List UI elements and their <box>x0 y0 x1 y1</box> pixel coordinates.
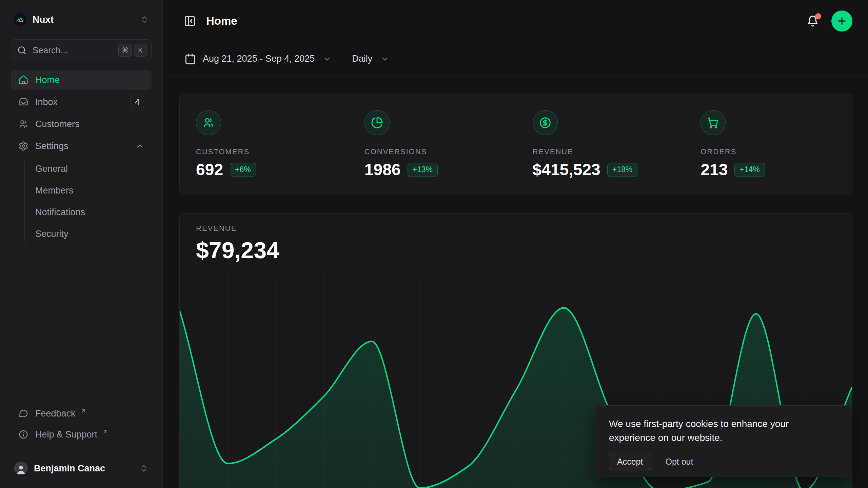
sidebar-item-general[interactable]: General <box>35 159 152 179</box>
date-range-picker[interactable]: Aug 21, 2025 - Sep 4, 2025 <box>184 53 332 65</box>
user-menu[interactable]: Benjamin Canac <box>11 458 152 479</box>
sidebar-item-help-support[interactable]: Help & Support <box>11 425 152 444</box>
sidebar-item-feedback[interactable]: Feedback <box>11 404 152 423</box>
stat-label: CUSTOMERS <box>196 147 332 156</box>
plus-icon <box>836 16 847 26</box>
stats-cards: CUSTOMERS692+6%CONVERSIONS1986+13%REVENU… <box>179 93 852 195</box>
stat-value: 213 <box>701 160 728 179</box>
avatar <box>14 462 28 475</box>
pie-icon <box>371 117 383 129</box>
kbd-chip: K <box>134 44 147 57</box>
sidebar-item-label: Help & Support <box>35 429 97 440</box>
chevron-up-icon <box>135 142 144 150</box>
panel-left-close-icon <box>184 15 196 27</box>
stat-change-badge: +14% <box>734 163 765 177</box>
search-icon <box>17 46 26 55</box>
granularity-label: Daily <box>352 54 372 64</box>
date-range-label: Aug 21, 2025 - Sep 4, 2025 <box>203 54 315 64</box>
sidebar-nav: HomeInbox4CustomersSettingsGeneralMember… <box>11 70 152 245</box>
stat-label: ORDERS <box>701 147 836 156</box>
sidebar-divider <box>0 451 162 451</box>
sidebar-item-customers[interactable]: Customers <box>11 114 152 134</box>
revenue-chart-label: REVENUE <box>196 224 836 233</box>
dollar-icon <box>539 117 551 129</box>
accept-cookies-button[interactable]: Accept <box>609 453 651 470</box>
stat-card-conversions[interactable]: CONVERSIONS1986+13% <box>348 93 516 195</box>
add-button[interactable] <box>831 11 852 32</box>
collapse-sidebar-button[interactable] <box>182 14 197 28</box>
sidebar-item-label: Customers <box>35 119 80 129</box>
sidebar-item-inbox[interactable]: Inbox4 <box>11 92 152 112</box>
cart-icon <box>707 117 719 129</box>
message-circle-icon <box>18 408 28 419</box>
cookie-banner: We use first-party cookies to enhance yo… <box>595 405 852 477</box>
notifications-button[interactable] <box>804 13 821 29</box>
stat-card-customers[interactable]: CUSTOMERS692+6% <box>180 93 348 195</box>
page-title: Home <box>206 15 237 27</box>
workspace-switcher[interactable]: Nuxt <box>11 9 152 30</box>
home-icon <box>18 75 28 85</box>
stat-change-badge: +6% <box>230 163 256 177</box>
cookie-actions: Accept Opt out <box>609 453 838 470</box>
stat-label: REVENUE <box>533 147 668 156</box>
sidebar-item-security[interactable]: Security <box>35 224 152 244</box>
chevron-down-icon <box>380 55 389 63</box>
stat-label: CONVERSIONS <box>364 147 500 156</box>
stat-value: 1986 <box>364 160 401 179</box>
chevrons-up-down-icon <box>140 15 149 24</box>
sidebar-item-label: Feedback <box>35 408 76 419</box>
page-header: Home <box>163 0 868 42</box>
sidebar-item-label: Settings <box>35 141 68 151</box>
sidebar-item-settings[interactable]: Settings <box>11 136 152 156</box>
granularity-select[interactable]: Daily <box>352 54 389 64</box>
chevron-down-icon <box>323 55 332 63</box>
users-icon <box>202 117 215 129</box>
stat-card-revenue[interactable]: REVENUE$415,523+18% <box>516 93 684 195</box>
stat-value: 692 <box>196 160 223 179</box>
workspace-name: Nuxt <box>33 14 54 25</box>
calendar-icon <box>184 53 196 65</box>
stat-change-badge: +18% <box>607 163 637 177</box>
users-icon <box>18 119 28 129</box>
sidebar-item-members[interactable]: Members <box>35 180 152 201</box>
sidebar-item-label: Inbox <box>35 97 58 107</box>
stat-change-badge: +13% <box>408 163 438 177</box>
settings-sub-nav: GeneralMembersNotificationsSecurity <box>11 159 152 244</box>
arrow-up-right-icon <box>102 429 108 435</box>
search-shortcut: ⌘K <box>118 44 147 57</box>
stat-card-orders[interactable]: ORDERS213+14% <box>684 93 852 195</box>
sidebar: Nuxt Search... ⌘K HomeInbox4CustomersSet… <box>0 0 163 488</box>
cookie-message: We use first-party cookies to enhance yo… <box>609 417 829 445</box>
kbd-chip: ⌘ <box>118 44 132 57</box>
sidebar-item-notifications[interactable]: Notifications <box>35 202 152 222</box>
settings-icon <box>18 141 28 151</box>
search-placeholder: Search... <box>33 45 112 56</box>
sidebar-item-home[interactable]: Home <box>11 70 152 90</box>
info-icon <box>18 429 28 440</box>
stat-value: $415,523 <box>533 160 600 179</box>
notification-dot <box>815 13 821 19</box>
revenue-chart-header: REVENUE $79,234 <box>180 214 852 263</box>
arrow-up-right-icon <box>80 408 86 414</box>
nuxt-logo <box>14 13 26 26</box>
filters-toolbar: Aug 21, 2025 - Sep 4, 2025 Daily <box>163 42 868 76</box>
sidebar-footer: FeedbackHelp & Support <box>11 404 152 444</box>
revenue-chart-value: $79,234 <box>196 237 836 263</box>
chevrons-up-down-icon <box>139 464 148 473</box>
inbox-icon <box>18 97 28 107</box>
search-input[interactable]: Search... ⌘K <box>11 39 152 61</box>
opt-out-button[interactable]: Opt out <box>665 457 693 467</box>
inbox-count-badge: 4 <box>131 95 144 109</box>
user-name: Benjamin Canac <box>34 463 105 474</box>
sidebar-item-label: Home <box>35 75 60 85</box>
